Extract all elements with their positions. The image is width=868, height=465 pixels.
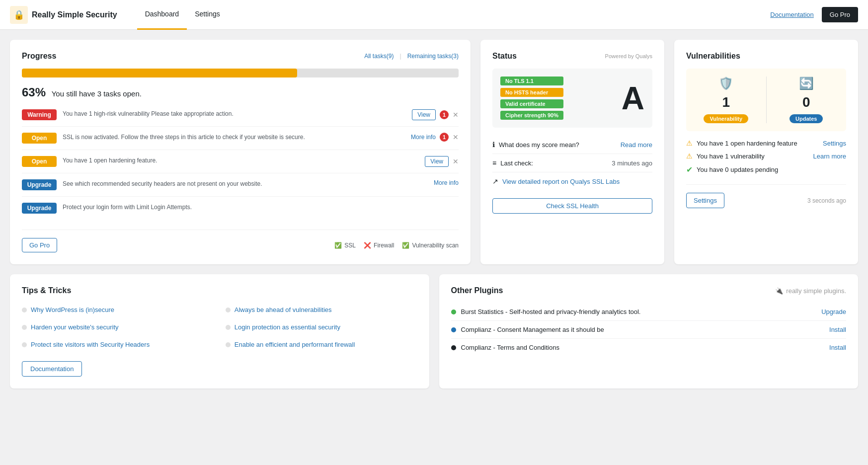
- firewall-label: Firewall: [374, 242, 394, 249]
- plugin-dot-black: [451, 345, 456, 350]
- vuln-header: Vulnerabilities: [686, 52, 846, 61]
- task-badge-open[interactable]: Open: [22, 156, 57, 167]
- last-check-value: 3 minutes ago: [612, 159, 652, 167]
- vuln-label: Vulnerability: [704, 114, 748, 123]
- all-tasks-link[interactable]: All tasks(9): [364, 53, 394, 60]
- task-more-info-link[interactable]: More info: [434, 179, 459, 186]
- tab-dashboard[interactable]: Dashboard: [137, 0, 187, 30]
- ssl-grade: A: [622, 80, 644, 117]
- check-ssl-button[interactable]: Check SSL Health: [492, 198, 652, 214]
- progress-header-links: All tasks(9) | Remaining tasks(3): [364, 53, 459, 60]
- plugins-header: Other Plugins 🔌 really simple plugins.: [451, 286, 847, 295]
- tips-item[interactable]: Protect site visitors with Security Head…: [22, 338, 214, 351]
- task-actions: View ✕: [425, 156, 459, 167]
- tips-dot-icon: [226, 342, 231, 347]
- tips-header: Tips & Tricks: [22, 286, 417, 295]
- progress-percent: 63%: [22, 85, 46, 99]
- task-badge-num: 1: [440, 133, 449, 142]
- task-badge-open[interactable]: Open: [22, 133, 57, 144]
- tab-settings[interactable]: Settings: [187, 0, 228, 30]
- shield-check-icon: 🛡️: [718, 77, 733, 90]
- nav-right: Documentation Go Pro: [770, 7, 858, 22]
- ssl-label: SSL: [344, 242, 356, 249]
- settings-button[interactable]: Settings: [686, 193, 724, 208]
- go-pro-button[interactable]: Go Pro: [22, 238, 57, 252]
- check-icon: ✅: [402, 242, 409, 249]
- tips-card: Tips & Tricks Why WordPress is (in)secur…: [10, 274, 429, 388]
- ssl-label-cipher: Cipher strength 90%: [500, 111, 563, 120]
- go-pro-nav-button[interactable]: Go Pro: [822, 7, 858, 22]
- vuln-item: ⚠ You have 1 open hardening feature Sett…: [686, 139, 846, 147]
- tips-item-label: Harden your website's security: [31, 323, 119, 331]
- tips-item-label: Always be ahead of vulnerabilities: [235, 306, 332, 313]
- plugins-title: Other Plugins: [451, 286, 503, 295]
- task-badge-num: 1: [440, 110, 449, 119]
- task-badge-upgrade[interactable]: Upgrade: [22, 179, 57, 190]
- documentation-link[interactable]: Documentation: [770, 11, 813, 18]
- task-text: Protect your login form with Limit Login…: [63, 203, 459, 212]
- tips-item[interactable]: Login protection as essential security: [226, 320, 417, 334]
- logo-icon: 🔒: [10, 6, 28, 24]
- task-close-icon[interactable]: ✕: [453, 133, 459, 141]
- task-view-button[interactable]: View: [425, 156, 449, 167]
- task-badge-upgrade[interactable]: Upgrade: [22, 203, 57, 214]
- status-row-report: ↗ View detailed report on Qualys SSL Lab…: [492, 172, 652, 190]
- status-title: Status: [492, 52, 517, 61]
- task-actions: More info: [434, 179, 459, 186]
- tips-dot-icon: [22, 308, 27, 312]
- vuln-scan-label: Vulnerability scan: [412, 242, 459, 249]
- status-header: Status Powered by Qualys: [492, 52, 652, 61]
- ssl-preview: No TLS 1.1 No HSTS header Valid certific…: [492, 69, 652, 128]
- top-navigation: 🔒 Really Simple Security Dashboard Setti…: [0, 0, 868, 30]
- plugin-name: Complianz - Consent Management as it sho…: [461, 326, 825, 333]
- tips-item[interactable]: Why WordPress is (in)secure: [22, 303, 214, 316]
- task-text: See which recommended security headers a…: [63, 179, 428, 188]
- settings-link[interactable]: Settings: [823, 140, 846, 147]
- plugin-upgrade-link[interactable]: Upgrade: [821, 308, 846, 315]
- remaining-tasks-link[interactable]: Remaining tasks(3): [407, 53, 459, 60]
- vuln-item-text: You have 1 vulnerability: [697, 153, 809, 160]
- vuln-item: ✔ You have 0 updates pending: [686, 165, 846, 174]
- vuln-stat-updates: 🔄 0 Updates: [775, 77, 839, 123]
- tips-item[interactable]: Always be ahead of vulnerabilities: [226, 303, 417, 316]
- check-circle-icon: ✔: [686, 165, 693, 174]
- tips-item[interactable]: Harden your website's security: [22, 320, 214, 334]
- status-row-score: ℹ What does my score mean? Read more: [492, 136, 652, 154]
- plugin-row: Complianz - Consent Management as it sho…: [451, 321, 847, 339]
- task-text: You have 1 high-risk vulnerability Pleas…: [63, 109, 406, 118]
- updates-label: Updates: [789, 114, 823, 123]
- status-card: Status Powered by Qualys No TLS 1.1 No H…: [480, 40, 664, 264]
- other-plugins-card: Other Plugins 🔌 really simple plugins. B…: [439, 274, 859, 388]
- tips-item-label: Login protection as essential security: [235, 323, 340, 331]
- plugin-install-link[interactable]: Install: [829, 344, 846, 351]
- status-firewall: ❌ Firewall: [364, 242, 394, 249]
- progress-bar-fill: [22, 69, 297, 78]
- task-close-icon[interactable]: ✕: [453, 111, 459, 119]
- learn-more-link[interactable]: Learn more: [813, 153, 846, 160]
- documentation-button[interactable]: Documentation: [22, 361, 82, 377]
- plugin-install-link[interactable]: Install: [829, 326, 846, 333]
- tips-dot-icon: [226, 325, 231, 330]
- tips-item[interactable]: Enable an efficient and performant firew…: [226, 338, 417, 351]
- brand-label: really simple plugins.: [786, 287, 846, 295]
- tips-item-label: Protect site visitors with Security Head…: [31, 341, 150, 348]
- nav-tabs: Dashboard Settings: [137, 0, 228, 30]
- warning-circle-icon: ⚠: [686, 139, 693, 147]
- read-more-link[interactable]: Read more: [621, 141, 652, 149]
- vulnerabilities-card: Vulnerabilities 🛡️ 1 Vulnerability 🔄 0 U…: [674, 40, 858, 264]
- progress-footer: Go Pro ✅ SSL ❌ Firewall ✅ Vulnerability …: [22, 230, 459, 252]
- detailed-report-link[interactable]: View detailed report on Qualys SSL Labs: [502, 178, 620, 185]
- task-badge-warning[interactable]: Warning: [22, 109, 57, 120]
- task-view-button[interactable]: View: [412, 109, 436, 120]
- task-close-icon[interactable]: ✕: [453, 157, 459, 165]
- plugin-name: Burst Statistics - Self-hosted and priva…: [461, 308, 817, 315]
- progress-header: Progress All tasks(9) | Remaining tasks(…: [22, 52, 459, 61]
- status-info: ℹ What does my score mean? Read more ≡ L…: [492, 136, 652, 190]
- updates-count: 0: [802, 94, 810, 110]
- vuln-item-text: You have 1 open hardening feature: [697, 140, 819, 147]
- vuln-list: ⚠ You have 1 open hardening feature Sett…: [686, 139, 846, 174]
- task-list: Warning You have 1 high-risk vulnerabili…: [22, 109, 459, 220]
- external-link-icon: ↗: [492, 177, 498, 185]
- task-more-info-link[interactable]: More info: [411, 134, 436, 141]
- ssl-label-cert: Valid certificate: [500, 99, 563, 108]
